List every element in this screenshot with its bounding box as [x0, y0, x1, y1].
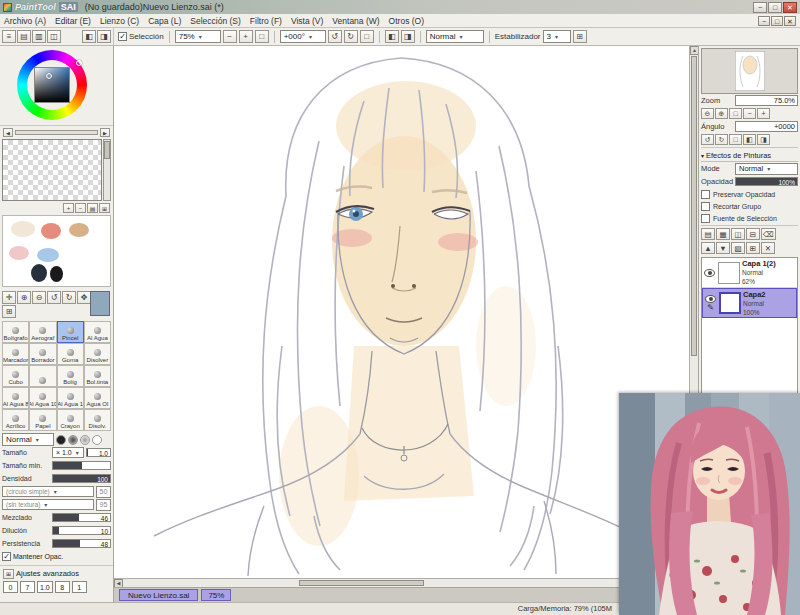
brush-shape-combo[interactable]: (circulo simple)▾	[2, 486, 94, 497]
duplicate-layer-icon[interactable]: ◫	[731, 228, 745, 240]
document-tab[interactable]: Nuevo Lienzo.sai	[119, 589, 198, 601]
panel-page-icon[interactable]: ▤	[17, 30, 31, 43]
brush-texture-combo[interactable]: (sin textura)▾	[2, 499, 94, 510]
layer-down-icon[interactable]: ▼	[716, 242, 730, 254]
navigator[interactable]	[701, 48, 798, 94]
tool-goma[interactable]: Goma	[57, 343, 84, 365]
tool-cubo[interactable]: Cubo	[2, 365, 29, 387]
tool-bol-tinta[interactable]: Bol.tinta	[84, 365, 111, 387]
hue-cursor[interactable]	[76, 60, 82, 66]
clipping-group-checkbox[interactable]	[701, 202, 710, 211]
menu-item-archivo[interactable]: Archivo (A)	[4, 16, 46, 26]
angle-reset-button[interactable]: □	[360, 30, 374, 43]
nav-flip-button[interactable]: ◧	[743, 134, 756, 145]
new-folder-icon[interactable]: ▦	[716, 228, 730, 240]
delete-layer-icon[interactable]: ✕	[761, 242, 775, 254]
menu-item-capa[interactable]: Capa (L)	[148, 16, 181, 26]
layer-visibility-icon[interactable]	[705, 295, 716, 303]
tool-boligrafo[interactable]: Bolígrafo	[2, 321, 29, 343]
selection-source-checkbox[interactable]	[701, 214, 710, 223]
nav-angle-reset-button[interactable]: □	[729, 134, 742, 145]
flip-tool-icon[interactable]: ◧	[385, 30, 399, 43]
paint-effects-header[interactable]: ▾ Efectos de Pinturas	[701, 149, 798, 162]
panel-menu-icon[interactable]: ≡	[2, 30, 16, 43]
zoom-in-tool-icon[interactable]: ⊕	[17, 291, 31, 304]
mixer-right-button[interactable]: ▶	[100, 128, 110, 137]
tool-bolig[interactable]: Bolíg	[57, 365, 84, 387]
canvas-horizontal-scrollbar[interactable]: ◀ ▶	[114, 578, 689, 587]
menu-item-otros[interactable]: Otros (O)	[389, 16, 424, 26]
tool-crayon[interactable]: Crayon	[57, 409, 84, 431]
tool-aerografo[interactable]: Aerograf	[29, 321, 56, 343]
layer-mode-combo[interactable]: Normal▾	[735, 163, 798, 175]
nav-rotate-cw-button[interactable]: ↻	[715, 134, 728, 145]
min-size-slider[interactable]: 50%	[52, 461, 111, 470]
dilution-slider[interactable]: 10	[52, 526, 111, 535]
brush-texture-strength[interactable]: 95	[96, 499, 111, 511]
size-slider[interactable]: 1.0	[86, 448, 111, 457]
doc-close-button[interactable]: ✕	[784, 16, 796, 26]
swatch-page-icon[interactable]: ▤	[87, 203, 98, 213]
tool-pincel-selected[interactable]: Pincel	[57, 321, 84, 343]
angle-combo[interactable]: +000°▾	[280, 30, 326, 43]
zoom-combo[interactable]: 75%▾	[175, 30, 221, 43]
maximize-button[interactable]: □	[768, 2, 782, 13]
titlebar[interactable]: PaintTool SAI (No guardado)Nuevo Lienzo.…	[0, 0, 800, 14]
quality-value-4[interactable]: 8	[55, 581, 70, 593]
minimize-button[interactable]: −	[753, 2, 767, 13]
select-tool-icon[interactable]: ⊞	[2, 305, 16, 318]
brush-tip-ring-icon[interactable]	[92, 435, 102, 445]
layer-thumbnail[interactable]	[719, 292, 741, 314]
mixer-left-button[interactable]: ◀	[3, 128, 13, 137]
zoom-out-tool-icon[interactable]: ⊖	[32, 291, 46, 304]
canvas-artwork[interactable]	[114, 46, 689, 578]
nav-rotate-ccw-button[interactable]: ↺	[701, 134, 714, 145]
stabilizer-extra-button[interactable]: ⊞	[573, 30, 587, 43]
rotate-cw-button[interactable]: ↻	[344, 30, 358, 43]
nav-zoom-out-button[interactable]: ⊖	[701, 108, 714, 119]
tool-al-agua-1[interactable]: Al Agua 1	[57, 387, 84, 409]
current-color-chip[interactable]	[90, 291, 110, 316]
menu-item-ventana[interactable]: Ventana (W)	[332, 16, 379, 26]
quality-value-1[interactable]: 0	[3, 581, 18, 593]
scratchpad[interactable]	[2, 215, 111, 287]
swatch-grid-icon[interactable]: ⊞	[99, 203, 110, 213]
tool-slot-empty[interactable]	[29, 365, 56, 387]
advanced-settings-row[interactable]: ⊞ Ajustes avanzados	[0, 567, 113, 580]
layer-mask-icon[interactable]: ▧	[731, 242, 745, 254]
tool-acrilico[interactable]: Acrílico	[2, 409, 29, 431]
tool-papel[interactable]: Papel	[29, 409, 56, 431]
nav-zoom-minus-button[interactable]: −	[743, 108, 756, 119]
mirror-tool-icon[interactable]: ◨	[401, 30, 415, 43]
horizontal-scroll-thumb[interactable]	[299, 580, 424, 586]
stabilizer-combo[interactable]: 3▾	[543, 30, 571, 43]
preserve-opacity-checkbox[interactable]	[701, 190, 710, 199]
nav-mirror-button[interactable]: ◨	[757, 134, 770, 145]
quality-value-3[interactable]: 1.0	[37, 581, 53, 593]
tool-disolv[interactable]: Disolv.	[84, 409, 111, 431]
swatch-scroll-thumb[interactable]	[104, 141, 110, 159]
zoom-out-button[interactable]: −	[223, 30, 237, 43]
panel-halfright-icon[interactable]: ◨	[97, 30, 111, 43]
advanced-expand-icon[interactable]: ⊞	[3, 569, 14, 579]
merge-layer-icon[interactable]: ⊟	[746, 228, 760, 240]
quality-value-5[interactable]: 1	[72, 581, 87, 593]
layer-row-capa2-selected[interactable]: ✎ Capa2 Normal 100%	[702, 288, 797, 318]
rotate-ccw-tool-icon[interactable]: ↺	[47, 291, 61, 304]
nav-zoom-in-button[interactable]: ⊕	[715, 108, 728, 119]
menu-item-filtro[interactable]: Filtro (F)	[250, 16, 282, 26]
hand-tool-icon[interactable]: ✥	[77, 291, 91, 304]
layer-grid-icon[interactable]: ⊞	[746, 242, 760, 254]
layer-opacity-slider[interactable]: 100%	[735, 177, 798, 186]
brush-tip-soft-icon[interactable]	[68, 435, 78, 445]
document-tab-zoom[interactable]: 75%	[201, 589, 231, 601]
quality-value-2[interactable]: 7	[20, 581, 35, 593]
keep-opacity-checkbox[interactable]: ✓	[2, 552, 11, 561]
new-layer-icon[interactable]: ▤	[701, 228, 715, 240]
density-slider[interactable]: 100	[52, 474, 111, 483]
brush-tip-hard-icon[interactable]	[56, 435, 66, 445]
panel-grid-icon[interactable]: ▥	[32, 30, 46, 43]
nav-zoom-plus-button[interactable]: +	[757, 108, 770, 119]
menu-item-lienzo[interactable]: Lienzo (C)	[100, 16, 139, 26]
rotate-cw-tool-icon[interactable]: ↻	[62, 291, 76, 304]
